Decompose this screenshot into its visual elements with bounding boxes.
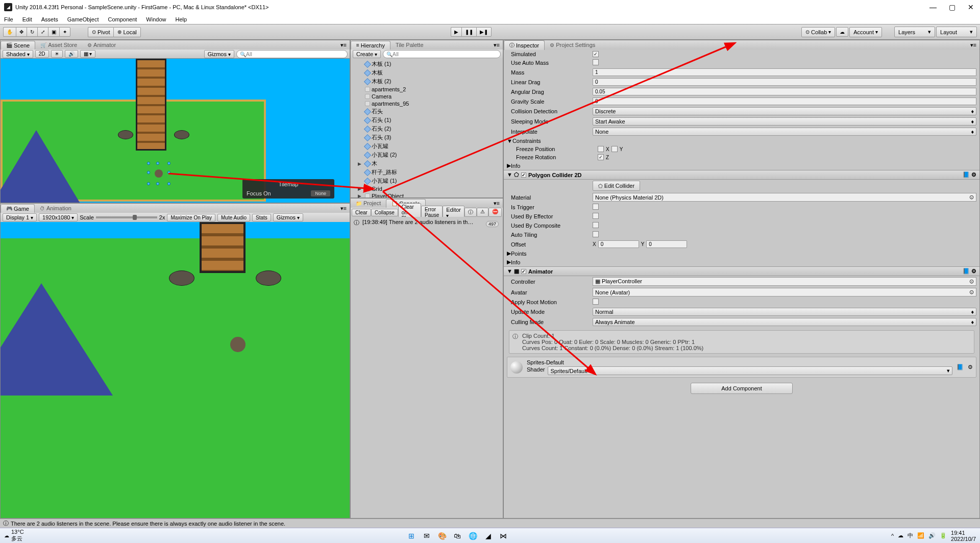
interpolate-dropdown[interactable]: None♦ (593, 128, 976, 136)
cloud-button[interactable]: ☁ (836, 27, 848, 37)
hierarchy-item[interactable]: apartments_2 (351, 86, 503, 93)
hierarchy-item[interactable]: 木板 (1) (351, 60, 503, 68)
tab-asset-store[interactable]: 🛒 Asset Store (35, 41, 82, 49)
layout-button[interactable]: Layout▾ (936, 27, 977, 37)
hierarchy-item[interactable]: 小瓦罐 (1) (351, 177, 503, 185)
hierarchy-item[interactable]: 小瓦罐 (2) (351, 151, 503, 159)
simulated-checkbox[interactable]: ✓ (593, 51, 599, 57)
hierarchy-item[interactable]: Camera (351, 93, 503, 100)
pivot-button[interactable]: ⊙ Pivot (88, 27, 113, 37)
freezepos-y[interactable] (611, 146, 618, 152)
gravity-input[interactable] (593, 97, 976, 105)
tab-project[interactable]: 📁 Project (351, 199, 386, 207)
angulardrag-input[interactable] (593, 88, 976, 95)
autotiling-checkbox[interactable] (593, 231, 599, 237)
menu-gameobject[interactable]: GameObject (67, 16, 99, 22)
weather-widget[interactable]: ☁ 13°C多云 (4, 529, 24, 542)
offset-y-input[interactable] (646, 240, 687, 248)
console-info-filter[interactable]: ⓘ (464, 208, 477, 217)
hierarchy-item[interactable]: ▶PlayerObject (351, 192, 503, 198)
scene-view[interactable]: Tilemap Focus OnNone (1, 59, 350, 203)
gear-icon[interactable]: ⚙ (968, 364, 973, 371)
menu-window[interactable]: Window (146, 16, 166, 22)
help-icon[interactable]: 📘 (963, 171, 970, 178)
paint-icon[interactable]: 🎨 (436, 530, 448, 542)
material-field[interactable]: None (Physics Material 2D)⊙ (593, 193, 976, 202)
hierarchy-item[interactable]: 小瓦罐 (351, 142, 503, 151)
console-clear-button[interactable]: Clear (352, 209, 371, 216)
collab-button[interactable]: ⊙ Collab ▾ (801, 27, 835, 37)
mode-2d-button[interactable]: 2D (35, 50, 49, 58)
scene-audio-button[interactable]: 🔊 (65, 50, 78, 58)
controller-field[interactable]: ▦ PlayerController⊙ (593, 277, 976, 286)
tab-hierarchy[interactable]: ≡ Hierarchy (351, 41, 390, 50)
tray-clock[interactable]: 19:412022/10/7 (951, 530, 976, 542)
tray-ime-icon[interactable]: 中 (908, 532, 913, 539)
info-foldout[interactable]: ▶ (507, 162, 511, 169)
selected-object-gizmo[interactable] (149, 163, 169, 184)
applyroot-checkbox[interactable] (593, 299, 599, 305)
tab-game[interactable]: 🎮 Game (1, 204, 35, 213)
pause-button[interactable]: ❚❚ (461, 27, 476, 37)
hierarchy-item[interactable]: 杆子_路标 (351, 168, 503, 177)
step-button[interactable]: ▶❚ (476, 27, 492, 37)
edit-collider-button[interactable]: ⬠ Edit Collider (593, 181, 640, 191)
avatar-field[interactable]: None (Avatar)⊙ (593, 288, 976, 297)
points-foldout[interactable]: ▶ (507, 250, 511, 257)
scale-slider[interactable] (96, 216, 157, 218)
cullmode-dropdown[interactable]: Always Animate♦ (593, 318, 976, 326)
hierarchy-item[interactable]: 石头 (2) (351, 125, 503, 133)
hierarchy-item[interactable]: 石头 (3) (351, 133, 503, 142)
updatemode-dropdown[interactable]: Normal♦ (593, 308, 976, 316)
tab-inspector[interactable]: ⓘ Inspector (504, 40, 545, 50)
scale-tool-button[interactable]: ⤢ (37, 27, 48, 37)
gear-icon[interactable]: ⚙ (971, 171, 976, 178)
scene-light-button[interactable]: ☀ (51, 50, 63, 58)
hierarchy-item[interactable]: ▶Grid (351, 185, 503, 192)
hier-panel-menu-icon[interactable]: ▾≡ (491, 42, 503, 48)
game-gizmos-button[interactable]: Gizmos ▾ (273, 213, 303, 221)
tray-onedrive-icon[interactable]: ☁ (898, 532, 903, 539)
usedeffector-checkbox[interactable] (593, 213, 599, 219)
istrigger-checkbox[interactable] (593, 204, 599, 210)
hierarchy-item[interactable]: 木板 (2) (351, 77, 503, 86)
tray-chevron-icon[interactable]: ^ (891, 533, 894, 539)
layers-button[interactable]: Layers▾ (894, 27, 935, 37)
sleepingmode-dropdown[interactable]: Start Awake♦ (593, 117, 976, 126)
shaded-dropdown[interactable]: Shaded ▾ (3, 50, 33, 58)
minimize-button[interactable]: — (927, 3, 939, 11)
rect-tool-button[interactable]: ▣ (48, 27, 59, 37)
close-button[interactable]: ✕ (966, 3, 976, 11)
mail-icon[interactable]: ✉ (421, 530, 433, 542)
rotate-tool-button[interactable]: ↻ (27, 27, 37, 37)
tab-tile-palette[interactable]: Tile Palette (390, 41, 429, 49)
start-button[interactable]: ⊞ (405, 530, 418, 542)
freezepos-x[interactable] (598, 146, 604, 152)
polygon-collider-header[interactable]: ▼ ⬠ ✓ Polygon Collider 2D📘⚙ (504, 170, 979, 180)
hier-create-button[interactable]: Create ▾ (353, 50, 381, 58)
hand-tool-button[interactable]: ✋ (3, 27, 16, 37)
transform-tool-button[interactable]: ✦ (59, 27, 70, 37)
console-panel-menu-icon[interactable]: ▾≡ (491, 200, 503, 207)
tab-animator[interactable]: ⚙ Animator (82, 41, 121, 49)
maximize-on-play-button[interactable]: Maximize On Play (167, 214, 215, 221)
move-tool-button[interactable]: ✥ (16, 27, 27, 37)
console-warn-filter[interactable]: ⚠ (477, 208, 488, 217)
hierarchy-item[interactable]: 木板 (351, 68, 503, 77)
display-dropdown[interactable]: Display 1 ▾ (3, 213, 37, 221)
edge-icon[interactable]: 🌐 (467, 530, 479, 542)
mute-audio-button[interactable]: Mute Audio (217, 214, 250, 221)
game-panel-menu-icon[interactable]: ▾≡ (337, 205, 350, 212)
console-message[interactable]: ⓘ [19:38:49] There are 2 audio listeners… (354, 219, 500, 227)
scene-search[interactable]: 🔍All (236, 50, 348, 58)
help-icon[interactable]: 📘 (957, 364, 964, 371)
console-collapse-button[interactable]: Collapse (371, 209, 398, 216)
help-icon[interactable]: 📘 (963, 268, 970, 275)
tab-scene[interactable]: 🎬 Scene (1, 41, 35, 50)
animator-header[interactable]: ▼ ▦ ✓ Animator📘⚙ (504, 266, 979, 276)
hierarchy-item[interactable]: 石头 (1) (351, 116, 503, 125)
hierarchy-item[interactable]: 石头 (351, 107, 503, 116)
offset-x-input[interactable] (598, 240, 639, 248)
hierarchy-list[interactable]: 木板 (1)木板木板 (2)apartments_2Cameraapartmen… (351, 59, 503, 198)
useautomass-checkbox[interactable] (593, 59, 599, 65)
